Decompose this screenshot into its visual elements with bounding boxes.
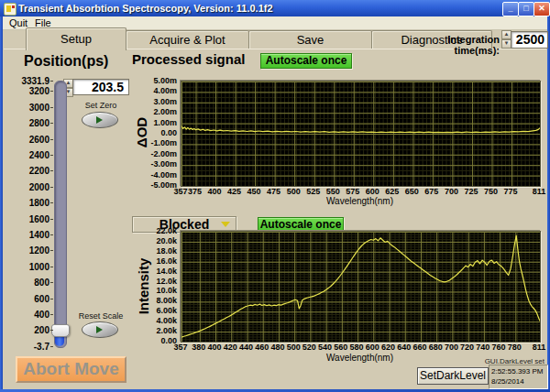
slider-tick-mark bbox=[50, 81, 53, 82]
position-title: Position(ps) bbox=[24, 53, 108, 70]
tab-acquire-plot[interactable]: Acquire & Plot bbox=[126, 30, 249, 49]
slider-tick-mark bbox=[50, 314, 53, 315]
reset-scale-button[interactable] bbox=[82, 321, 118, 338]
x-tick-label: 700 bbox=[436, 343, 466, 352]
app-window: Transient Absorbtion Spectroscopy, Versi… bbox=[0, 0, 550, 392]
position-slider-track[interactable] bbox=[54, 81, 67, 348]
x-tick-label: 660 bbox=[405, 343, 434, 352]
slider-handle[interactable] bbox=[51, 324, 70, 337]
set-zero-label: Set Zero bbox=[81, 101, 121, 110]
slider-tick-label: 200 bbox=[7, 325, 50, 335]
slider-tick-label: 2400 bbox=[7, 150, 50, 160]
y-tick-label: 20.0k bbox=[142, 236, 177, 245]
slider-tick-mark bbox=[50, 282, 53, 283]
x-tick-label: 620 bbox=[374, 343, 403, 352]
x-tick-label: 720 bbox=[453, 343, 482, 352]
slider-tick-label: 2200 bbox=[7, 166, 50, 176]
slider-tick-mark bbox=[50, 170, 53, 171]
x-tick-label: 400 bbox=[200, 187, 229, 196]
x-tick-label: 500 bbox=[279, 187, 308, 196]
slider-tick-label: 1600 bbox=[7, 214, 50, 224]
y-tick-label: 5.00m bbox=[142, 76, 177, 85]
slider-tick-mark bbox=[50, 267, 53, 267]
maximize-button[interactable]: □ bbox=[518, 2, 534, 16]
x-tick-label: 811 bbox=[524, 343, 550, 352]
slider-tick-mark bbox=[50, 155, 53, 156]
x-tick-label: 425 bbox=[220, 187, 249, 196]
slider-tick-label: 3000 bbox=[7, 103, 50, 113]
slider-tick-mark bbox=[50, 219, 53, 220]
y-tick-label: -3.00m bbox=[142, 159, 177, 169]
x-tick-label: 475 bbox=[259, 187, 289, 196]
abort-move-button[interactable]: Abort Move bbox=[16, 356, 126, 383]
plot-svg bbox=[182, 232, 540, 342]
slider-tick-mark bbox=[50, 250, 53, 251]
set-zero-button[interactable] bbox=[82, 112, 118, 128]
slider-tick-mark bbox=[50, 123, 53, 124]
minimize-button[interactable]: _ bbox=[502, 2, 519, 16]
x-tick-label: 725 bbox=[456, 187, 486, 196]
close-button[interactable]: ✕ bbox=[534, 2, 550, 16]
set-dark-level-button[interactable]: SetDarkLevel bbox=[417, 367, 489, 385]
y-tick-label: 0.00 bbox=[142, 336, 177, 345]
x-tick-label: 760 bbox=[484, 343, 513, 352]
dark-level-time: 2:52:55.393 PM bbox=[491, 366, 545, 376]
app-icon bbox=[4, 3, 16, 16]
tab-save[interactable]: Save bbox=[248, 30, 372, 49]
x-tick-label: 525 bbox=[299, 187, 328, 196]
slider-tick-mark bbox=[50, 107, 53, 108]
position-value-input[interactable]: 203.5 bbox=[72, 79, 129, 95]
window-title: Transient Absorbtion Spectroscopy, Versi… bbox=[18, 3, 273, 14]
intensity-plot bbox=[181, 231, 541, 343]
x-tick-label: 580 bbox=[342, 343, 371, 352]
x-tick-label: 750 bbox=[476, 187, 505, 196]
x-tick-label: 811 bbox=[524, 187, 550, 196]
x-tick-label: 450 bbox=[239, 187, 269, 196]
x-tick-label: 775 bbox=[496, 187, 525, 196]
x-tick-label: 480 bbox=[263, 343, 292, 352]
wavelength-label-top: Wavelength(nm) bbox=[181, 196, 539, 206]
x-tick-label: 540 bbox=[311, 343, 340, 352]
x-tick-label: 440 bbox=[231, 343, 260, 352]
slider-tick-label: 2600 bbox=[7, 135, 50, 145]
x-tick-label: 700 bbox=[436, 187, 466, 196]
x-tick-label: 520 bbox=[294, 343, 324, 352]
x-tick-label: 560 bbox=[326, 343, 356, 352]
slider-tick-mark bbox=[50, 299, 53, 299]
intensity-axis-label: Intensity bbox=[136, 255, 151, 319]
integration-time-input[interactable]: 2500 bbox=[511, 31, 548, 49]
y-tick-label: 4.00m bbox=[142, 86, 177, 95]
x-tick-label: 375 bbox=[181, 187, 210, 196]
blocked-dropdown-label: Blocked bbox=[160, 217, 209, 232]
x-tick-label: 680 bbox=[421, 343, 450, 352]
slider-tick-label: 1000 bbox=[7, 262, 50, 272]
slider-tick-mark bbox=[50, 187, 53, 188]
slider-tick-label: 3331.9 bbox=[7, 76, 50, 86]
plot-svg bbox=[182, 82, 540, 186]
chevron-down-icon bbox=[221, 222, 230, 227]
x-tick-label: 575 bbox=[338, 187, 368, 196]
x-tick-label: 675 bbox=[417, 187, 446, 196]
processed-signal-title: Processed signal bbox=[132, 51, 245, 67]
window-border-left bbox=[0, 16, 3, 392]
x-tick-label: 460 bbox=[248, 343, 277, 352]
slider-tick-label: 2000 bbox=[7, 182, 50, 192]
slider-tick-label: 400 bbox=[7, 310, 50, 320]
x-tick-label: 600 bbox=[358, 343, 387, 352]
autoscale-once-button-top[interactable]: Autoscale once bbox=[260, 53, 352, 69]
slider-tick-mark bbox=[50, 202, 53, 203]
y-tick-label: -5.00m bbox=[142, 180, 177, 190]
x-tick-label: 640 bbox=[390, 343, 419, 352]
x-tick-label: 740 bbox=[468, 343, 498, 352]
tab-setup[interactable]: Setup bbox=[26, 27, 126, 50]
slider-tick-label: 3200 bbox=[7, 86, 50, 96]
x-tick-label: 780 bbox=[500, 343, 529, 352]
y-tick-label: -4.00m bbox=[142, 170, 177, 180]
x-tick-label: 380 bbox=[184, 343, 214, 352]
integration-time-label: Integration time(ms): bbox=[401, 34, 500, 56]
slider-tick-mark bbox=[50, 234, 53, 235]
title-bar[interactable]: Transient Absorbtion Spectroscopy, Versi… bbox=[0, 0, 550, 16]
slider-tick-mark bbox=[50, 139, 53, 140]
x-tick-label: 500 bbox=[279, 343, 308, 352]
reset-scale-label: Reset Scale bbox=[77, 311, 125, 321]
